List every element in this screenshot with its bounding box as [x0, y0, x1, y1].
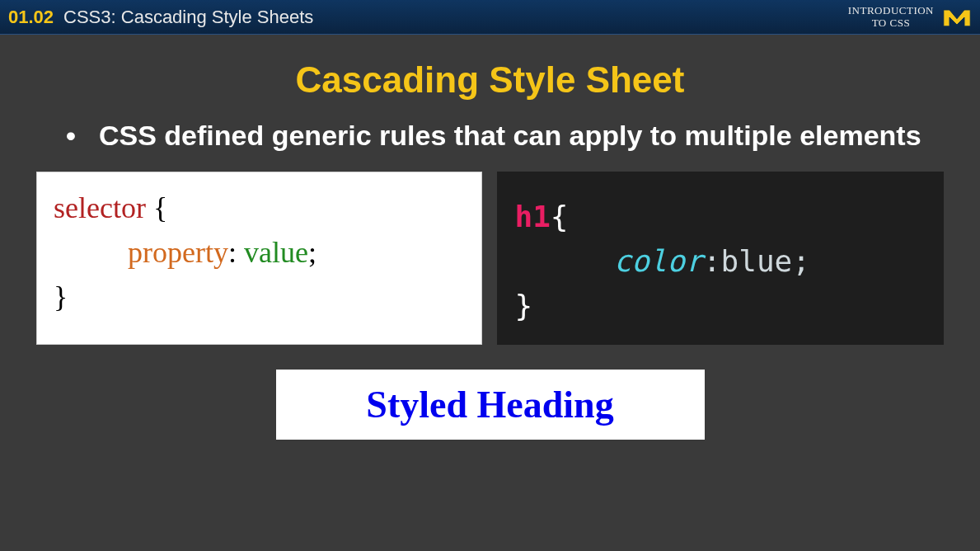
- syntax-property: property: [128, 236, 228, 269]
- syntax-selector: selector: [54, 191, 146, 224]
- example-close-brace: }: [515, 289, 533, 323]
- code-example-box: h1{ color:blue; }: [497, 172, 945, 345]
- result-heading-text: Styled Heading: [366, 384, 613, 426]
- slide-header: 01.02 CSS3: Cascading Style Sheets INTRO…: [0, 0, 980, 35]
- result-output-box: Styled Heading: [276, 370, 705, 440]
- course-label: INTRODUCTION TO CSS: [848, 5, 934, 29]
- bullet-list: CSS defined generic rules that can apply…: [33, 117, 947, 155]
- syntax-line2: property: value;: [54, 230, 465, 275]
- example-property: color: [614, 244, 703, 278]
- bullet-item: CSS defined generic rules that can apply…: [66, 117, 947, 155]
- example-line2: color:blue;: [515, 239, 926, 284]
- slide-subject: CSS3: Cascading Style Sheets: [63, 7, 313, 28]
- syntax-value: value: [244, 236, 308, 269]
- syntax-semicolon: ;: [308, 236, 317, 269]
- header-right-group: INTRODUCTION TO CSS: [848, 5, 972, 30]
- code-examples-row: selector { property: value; } h1{ color:…: [33, 172, 947, 345]
- course-label-line2: TO CSS: [848, 17, 934, 29]
- syntax-line1: selector {: [54, 186, 465, 230]
- course-label-line1: INTRODUCTION: [848, 5, 934, 16]
- example-line1: h1{: [515, 195, 926, 239]
- example-open-brace: {: [551, 200, 569, 233]
- example-value: blue: [721, 244, 793, 278]
- slide-content: Cascading Style Sheet CSS defined generi…: [0, 35, 980, 456]
- slide-number: 01.02: [8, 7, 54, 28]
- michigan-logo-icon: [942, 5, 972, 30]
- syntax-open-brace: {: [153, 191, 167, 224]
- example-selector: h1: [515, 200, 551, 233]
- syntax-close-brace: }: [54, 280, 68, 313]
- syntax-colon: :: [228, 236, 237, 269]
- syntax-line3: }: [54, 275, 465, 319]
- example-line3: }: [515, 284, 926, 328]
- slide-title: Cascading Style Sheet: [33, 59, 947, 101]
- example-colon: :: [703, 244, 721, 278]
- example-semicolon: ;: [792, 244, 810, 278]
- syntax-template-box: selector { property: value; }: [36, 172, 482, 345]
